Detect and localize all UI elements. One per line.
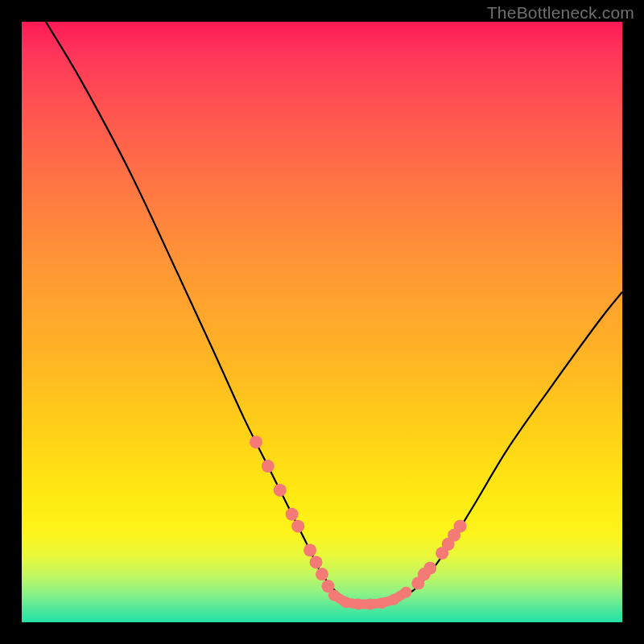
highlight-dot xyxy=(303,543,316,556)
chart-svg xyxy=(22,22,622,622)
highlight-dot xyxy=(316,568,328,580)
highlight-dot xyxy=(341,597,352,608)
highlight-dot xyxy=(377,597,388,609)
highlight-dot xyxy=(250,436,262,448)
highlight-dot xyxy=(423,562,436,575)
highlight-dot xyxy=(389,594,400,605)
highlight-dot xyxy=(328,589,340,601)
highlight-dot xyxy=(365,599,376,610)
bottleneck-curve xyxy=(46,22,622,605)
highlight-dot xyxy=(291,520,304,533)
highlight-dot xyxy=(400,587,411,598)
highlight-dot xyxy=(454,520,467,533)
highlight-dot xyxy=(286,508,299,521)
highlight-dot xyxy=(262,460,275,473)
watermark-text: TheBottleneck.com xyxy=(487,3,634,23)
highlight-dot xyxy=(310,555,323,568)
highlight-dots xyxy=(250,436,467,609)
chart-area xyxy=(22,22,622,622)
highlight-dot xyxy=(353,599,364,610)
highlight-dot xyxy=(274,484,287,497)
